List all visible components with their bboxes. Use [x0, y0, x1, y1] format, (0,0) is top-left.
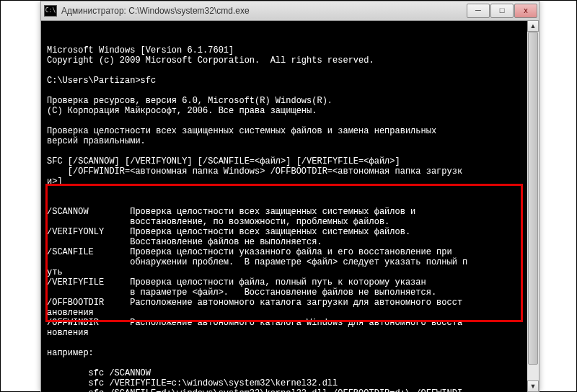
terminal-area[interactable]: Microsoft Windows [Version 6.1.7601] Cop…	[41, 21, 539, 392]
scroll-down-arrow[interactable]: ▼	[527, 380, 539, 392]
terminal-output: Microsoft Windows [Version 6.1.7601] Cop…	[47, 45, 536, 392]
minimize-button[interactable]: ─	[467, 4, 490, 18]
titlebar[interactable]: C:\ Администратор: C:\Windows\system32\c…	[41, 1, 539, 21]
cmd-icon: C:\	[44, 5, 57, 17]
close-button[interactable]: x	[514, 4, 537, 18]
scroll-up-arrow[interactable]: ▲	[527, 20, 539, 32]
maximize-button[interactable]: □	[490, 4, 514, 18]
cmd-window: C:\ Администратор: C:\Windows\system32\c…	[40, 1, 539, 392]
window-controls: ─ □ x	[466, 4, 537, 18]
scrollbar[interactable]: ▲ ▼	[527, 20, 539, 392]
scroll-track[interactable]	[527, 32, 539, 380]
window-title: Администратор: C:\Windows\system32\cmd.e…	[61, 6, 466, 16]
scroll-thumb[interactable]	[528, 32, 538, 365]
